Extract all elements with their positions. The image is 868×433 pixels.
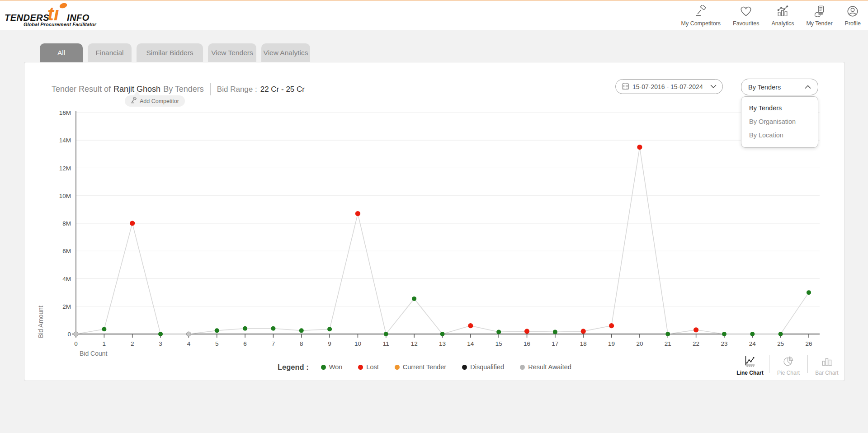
top-bar: TENDERS tı INFO Global Procurement Facil… [0,0,868,30]
legend-item-won: Won [321,363,343,371]
data-point-won[interactable] [665,332,670,336]
data-point-won[interactable] [215,328,219,333]
x-axis-title: Bid Count [80,350,107,357]
data-point-lost[interactable] [581,329,586,334]
tab-similar-bidders[interactable]: Similar Bidders [137,43,203,62]
x-tick-label: 5 [215,340,219,347]
brand-tagline: Global Procurement Facilitator [24,22,96,27]
x-tick-label: 15 [495,340,502,347]
nav-item-favourites[interactable]: Favourites [733,5,759,27]
chart-legend: Legend : Won Lost Current Tender Disqual… [278,362,571,372]
add-competitor-button[interactable]: Add Competitor [125,95,185,107]
x-tick-label: 3 [159,340,162,347]
tab-financial[interactable]: Financial [88,43,132,62]
data-point-lost[interactable] [468,323,473,328]
data-point-won[interactable] [158,332,163,336]
data-point-result_awaited[interactable] [186,332,191,336]
bar-chart-icon [821,355,833,368]
analytics-card: Tender Result of Ranjit Ghosh By Tenders… [24,62,845,381]
data-point-won[interactable] [496,329,501,334]
y-tick-label: 10M [59,193,71,199]
x-tick-label: 1 [103,340,106,347]
data-point-won[interactable] [384,332,388,336]
line-chart-button[interactable]: Line Chart [733,353,767,377]
nav-label: My Competitors [681,20,721,27]
menu-option-by-organisation[interactable]: By Organisation [741,115,818,128]
tab-all[interactable]: All [40,43,83,62]
y-tick-label: 12M [59,165,71,172]
bar-chart-button[interactable]: Bar Chart [810,353,844,377]
legend-label: Lost [366,363,378,371]
data-point-won[interactable] [778,332,783,336]
legend-item-disqualified: Disqualified [462,363,504,371]
won-dot-icon [321,365,326,370]
menu-option-by-location[interactable]: By Location [741,128,818,142]
legend-item-lost: Lost [358,363,378,371]
brand-ti-icon: tı [47,2,68,24]
date-range-value: 15-07-2016 - 15-07-2024 [632,83,703,90]
nav-item-analytics[interactable]: Analytics [771,5,794,27]
legend-label: Current Tender [403,363,446,371]
data-point-won[interactable] [750,332,755,336]
analytics-icon [776,5,789,19]
y-tick-label: 14M [59,137,71,144]
x-tick-label: 4 [187,340,191,347]
group-by-select[interactable]: By Tenders [741,79,818,95]
nav-item-my-tender[interactable]: My Tender [806,5,832,27]
group-by-selected-value: By Tenders [748,84,781,91]
data-point-won[interactable] [440,332,445,336]
x-tick-label: 16 [524,340,530,347]
data-point-won[interactable] [243,326,247,331]
heart-icon [740,5,752,19]
data-point-result_awaited[interactable] [74,332,78,336]
nav-item-profile[interactable]: Profile [845,5,861,27]
data-point-lost[interactable] [355,211,360,216]
data-point-won[interactable] [327,327,332,331]
data-point-won[interactable] [271,326,275,331]
brand-logo[interactable]: TENDERS tı INFO Global Procurement Facil… [5,2,108,30]
bid-range-label: Bid Range : [217,85,257,94]
title-suffix: By Tenders [163,85,204,94]
data-point-won[interactable] [412,297,416,301]
x-tick-label: 23 [721,340,727,347]
switcher-divider [807,355,808,373]
y-axis-title: Bid Amount [37,288,44,338]
legend-item-result-awaited: Result Awaited [520,363,571,371]
data-point-lost[interactable] [130,221,135,226]
data-point-lost[interactable] [609,323,614,328]
tab-view-tenders[interactable]: View Tenders [208,43,256,62]
disqualified-dot-icon [462,365,467,370]
group-by-menu: By Tenders By Organisation By Location [741,96,818,148]
y-tick-label: 8M [62,220,71,227]
top-nav: My Competitors Favourites A [681,5,861,27]
pie-chart-button[interactable]: Pie Chart [772,353,805,377]
nav-item-my-competitors[interactable]: My Competitors [681,5,721,27]
data-point-won[interactable] [722,332,726,336]
nav-label: Profile [845,20,861,27]
x-tick-label: 25 [777,340,784,347]
chevron-up-icon [805,85,811,89]
data-point-lost[interactable] [693,327,698,332]
menu-option-by-tenders[interactable]: By Tenders [741,101,818,115]
x-tick-label: 22 [693,340,699,347]
x-tick-label: 17 [552,340,558,347]
y-tick-label: 16M [59,109,71,116]
x-tick-label: 14 [467,340,474,347]
data-point-won[interactable] [299,328,304,333]
data-point-won[interactable] [102,327,106,331]
tab-view-analytics[interactable]: View Analytics [261,43,310,62]
date-range-picker[interactable]: 15-07-2016 - 15-07-2024 [615,79,723,94]
nav-label: My Tender [806,20,832,27]
switcher-label: Pie Chart [777,370,800,376]
tender-line-chart[interactable]: 02M4M6M8M10M12M14M16M0123456789101112131… [41,109,828,362]
x-tick-label: 0 [74,340,78,347]
data-point-lost[interactable] [637,145,642,150]
data-point-won[interactable] [553,329,557,334]
add-competitor-tooltip-arrow [134,91,140,95]
legend-label: Result Awaited [528,363,571,371]
data-point-won[interactable] [807,290,811,295]
title-prefix: Tender Result of [52,85,111,94]
svg-text:tı: tı [47,3,59,23]
data-point-lost[interactable] [524,329,529,334]
x-tick-label: 8 [300,340,303,347]
